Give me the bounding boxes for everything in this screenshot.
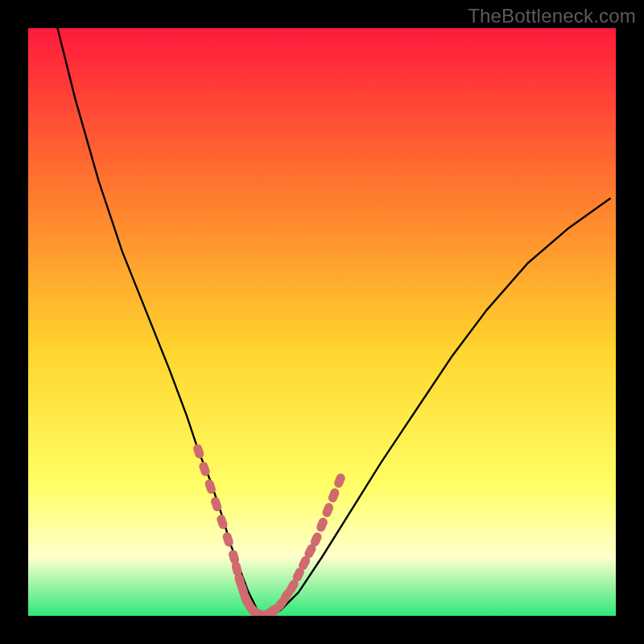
plot-area xyxy=(28,28,616,616)
watermark-text: TheBottleneck.com xyxy=(468,5,636,27)
chart-svg xyxy=(28,28,616,616)
chart-frame: TheBottleneck.com xyxy=(0,0,644,644)
